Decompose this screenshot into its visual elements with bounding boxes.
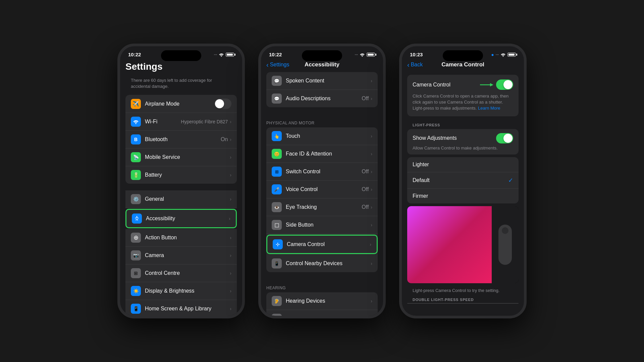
light-press-label: LIGHT-PRESS — [402, 119, 524, 129]
back-label-2: Settings — [270, 62, 289, 68]
preview-box — [407, 206, 519, 283]
bluetooth-icon: B — [131, 134, 141, 144]
airplane-mode-item[interactable]: ✈️ Airplane Mode — [125, 95, 237, 113]
action-chevron: › — [230, 235, 231, 240]
action-button-item[interactable]: ⊕ Action Button › — [125, 229, 237, 247]
show-adj-box: Show Adjustments Allow Camera Control to… — [407, 129, 519, 155]
airplane-label: Airplane Mode — [145, 101, 214, 107]
home-screen-chevron: › — [230, 306, 231, 311]
side-button-item[interactable]: ◻ Side Button › — [266, 216, 378, 234]
dynamic-island-2 — [302, 50, 342, 61]
mobile-icon: 📡 — [131, 152, 141, 162]
general-item[interactable]: ⚙️ General › — [125, 190, 237, 208]
wifi-icon-2 — [360, 53, 365, 57]
face-id-item[interactable]: 😊 Face ID & Attention › — [266, 145, 378, 163]
control-centre-item[interactable]: ⊞ Control Centre › — [125, 264, 237, 282]
signal-1: ··· — [214, 53, 217, 57]
hearing-devices-label: Hearing Devices — [286, 298, 371, 304]
eye-tracking-chevron: › — [371, 204, 372, 210]
control-nearby-item[interactable]: 📱 Control Nearby Devices › — [266, 255, 378, 272]
side-button-label: Side Button — [286, 222, 371, 228]
audio-desc-item[interactable]: 💬 Audio Descriptions Off › — [266, 90, 378, 107]
nav-bar-2: ‹ Settings Accessibility — [261, 60, 383, 72]
touch-icon: 👆 — [272, 131, 282, 141]
bluetooth-value: On — [221, 136, 228, 142]
firmer-option[interactable]: Firmer — [407, 189, 519, 203]
hearing-devices-item[interactable]: 🦻 Hearing Devices › — [266, 292, 378, 310]
general-icon: ⚙️ — [131, 194, 141, 204]
hearing-devices-chevron: › — [371, 298, 372, 304]
touch-chevron: › — [371, 133, 372, 139]
touch-item[interactable]: 👆 Touch › — [266, 127, 378, 145]
battery-chevron: › — [230, 172, 231, 178]
voice-control-icon: 🎤 — [272, 184, 282, 194]
switch-control-item[interactable]: ⊞ Switch Control Off › — [266, 163, 378, 181]
show-adj-label: Show Adjustments — [413, 135, 457, 141]
spoken-content-label: Spoken Content — [286, 78, 371, 84]
camera-control-header: Camera Control Click Camera Control to o… — [407, 75, 519, 116]
cc-label: Camera Control — [413, 82, 450, 88]
control-nearby-icon: 📱 — [272, 258, 282, 268]
wifi-settings-icon — [131, 117, 141, 127]
spoken-chevron: › — [371, 78, 372, 83]
mobile-chevron: › — [230, 155, 231, 160]
accessibility-label: Accessibility — [146, 216, 229, 222]
battery-settings-icon: 🔋 — [131, 170, 141, 180]
phone-3: 10:23 ● ··· ‹ Back Camera Control Camera… — [399, 44, 527, 318]
default-option[interactable]: Default ✓ — [407, 172, 519, 189]
connectivity-group: ✈️ Airplane Mode Wi-Fi Hyperoptic Fibre … — [125, 95, 237, 184]
camera-control-label: Camera Control — [287, 241, 370, 247]
audio-desc-label: Audio Descriptions — [286, 96, 362, 102]
dynamic-island-1 — [161, 50, 201, 61]
bluetooth-label: Bluetooth — [145, 136, 221, 142]
switch-control-chevron: › — [371, 169, 372, 174]
switch-control-label: Switch Control — [286, 169, 362, 175]
bottom-divider — [407, 303, 519, 304]
eye-tracking-icon: 👁️ — [272, 202, 282, 212]
general-label: General — [145, 196, 230, 202]
switch-control-value: Off — [362, 169, 369, 175]
settings-group-2: ⚙️ General › Accessibility › ⊕ Action Bu… — [125, 190, 237, 316]
learn-more-link[interactable]: Learn More — [478, 106, 500, 111]
press-options: Lighter Default ✓ Firmer — [407, 157, 519, 203]
home-screen-item[interactable]: 📱 Home Screen & App Library › — [125, 300, 237, 316]
battery-icon-1 — [226, 53, 234, 57]
camera-control-toggle[interactable] — [496, 79, 513, 90]
lighter-option[interactable]: Lighter — [407, 157, 519, 172]
cc-toggle-row: Camera Control — [413, 79, 513, 90]
display-item[interactable]: ☀️ Display & Brightness › — [125, 282, 237, 300]
default-label: Default — [413, 177, 430, 183]
control-centre-icon: ⊞ — [131, 268, 141, 278]
physical-section-header: PHYSICAL AND MOTOR — [261, 114, 383, 127]
back-btn-3[interactable]: ‹ Back — [407, 61, 423, 69]
camera-item[interactable]: 📷 Camera › — [125, 247, 237, 264]
battery-item[interactable]: 🔋 Battery › — [125, 166, 237, 184]
hearing-control-item[interactable]: ⊞ Hearing Control Centre › — [266, 310, 378, 316]
touch-label: Touch — [286, 133, 371, 139]
bluetooth-item[interactable]: B Bluetooth On › — [125, 131, 237, 148]
eye-tracking-item[interactable]: 👁️ Eye Tracking Off › — [266, 198, 378, 216]
signal-2: ··· — [355, 53, 358, 57]
time-1: 10:22 — [128, 52, 141, 57]
hearing-group: 🦻 Hearing Devices › ⊞ Hearing Control Ce… — [266, 292, 378, 316]
firmer-label: Firmer — [413, 193, 428, 199]
camera-control-icon: ⊹ — [273, 239, 283, 249]
arrow-icon — [480, 82, 493, 87]
accessibility-item[interactable]: Accessibility › — [125, 209, 237, 228]
voice-control-item[interactable]: 🎤 Voice Control Off › — [266, 181, 378, 198]
status-icons-1: ··· — [214, 53, 234, 57]
show-adj-desc: Allow Camera Control to make adjustments… — [413, 145, 513, 150]
back-btn-2[interactable]: ‹ Settings — [266, 61, 289, 69]
page-title-1: Settings — [120, 60, 242, 75]
camera-control-item[interactable]: ⊹ Camera Control › — [266, 235, 378, 254]
airplane-toggle[interactable] — [214, 99, 231, 109]
show-adj-toggle[interactable] — [496, 133, 513, 143]
spoken-content-item[interactable]: 💬 Spoken Content › — [266, 72, 378, 90]
voice-control-label: Voice Control — [286, 186, 362, 192]
mobile-item[interactable]: 📡 Mobile Service › — [125, 148, 237, 166]
wifi-item[interactable]: Wi-Fi Hyperoptic Fibre D827 › — [125, 113, 237, 131]
phone-1: 10:22 ··· Settings There are 60 days lef… — [117, 44, 245, 318]
hearing-section-header: HEARING — [261, 279, 383, 292]
audio-desc-chevron: › — [371, 96, 372, 101]
nav-bar-3: ‹ Back Camera Control — [402, 60, 524, 72]
